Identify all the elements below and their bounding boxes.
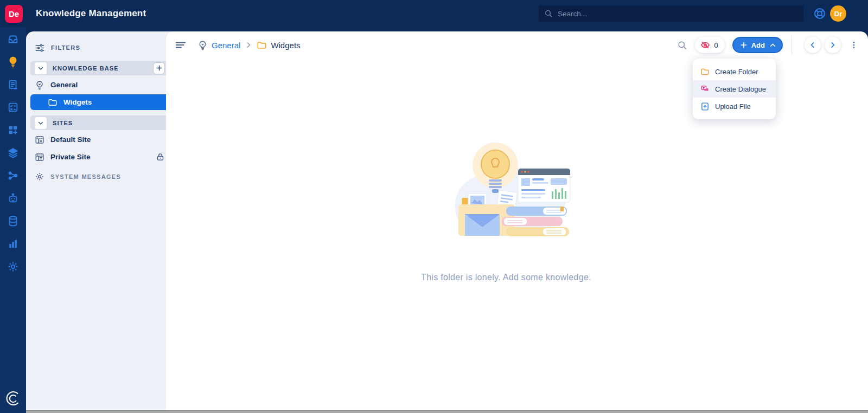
grid-plus-icon [7,124,19,136]
menu-item-label: Upload File [715,102,751,111]
sidebar-item-private-site[interactable]: Private Site [30,149,169,165]
rail-bots[interactable] [0,187,26,210]
collapse-button[interactable] [35,117,47,129]
rail-layers[interactable] [0,141,26,164]
search-icon [677,40,687,50]
bulb-pin-icon [35,80,44,90]
rail-documents[interactable] [0,73,26,96]
sidebar-item-default-site[interactable]: Default Site [30,132,169,147]
robot-icon [7,192,19,204]
chevron-right-icon [829,41,837,49]
empty-state-illustration [437,137,576,259]
system-messages-label: SYSTEM MESSAGES [50,173,121,180]
hidden-items-toggle[interactable]: 0 [695,37,725,53]
rail-calculations[interactable] [0,96,26,119]
menu-item-create-dialogue[interactable]: Create Dialogue [693,80,776,98]
search-in-folder-button[interactable] [674,37,690,53]
bar-chart-icon [7,238,19,250]
section-sites[interactable]: SITES [30,115,169,130]
rail-apps[interactable] [0,119,26,141]
plus-icon [740,41,748,49]
breadcrumb-current: Widgets [271,41,300,50]
sidebar-item-system-messages[interactable]: SYSTEM MESSAGES [30,169,169,184]
empty-state: This folder is lonely. Add some knowledg… [155,137,857,282]
app-window: De Knowledge Management Dr [0,0,868,413]
search-icon [544,9,553,18]
calculator-icon [7,101,19,113]
toggle-sidebar-button[interactable] [174,38,188,52]
kebab-icon [850,40,858,50]
search-input[interactable] [558,10,798,18]
sidebar-item-general[interactable]: General [30,77,169,93]
sidebar-item-label: General [50,81,165,89]
add-dropdown-menu: Create Folder Create Dialogue Upload Fil… [693,59,776,119]
sidebar-item-widgets[interactable]: Widgets [30,94,169,110]
sidebar-item-label: Default Site [50,135,165,144]
empty-state-message: This folder is lonely. Add some knowledg… [421,273,591,282]
breadcrumb-parent[interactable]: General [212,41,240,50]
site-icon [35,152,44,162]
more-options-button[interactable] [847,37,860,53]
menu-item-label: Create Dialogue [715,85,766,93]
add-knowledge-base-button[interactable] [153,62,165,74]
window-edge [26,410,868,413]
rail-database[interactable] [0,210,26,233]
rail-knowledge[interactable] [0,50,26,73]
layers-icon [7,147,19,159]
menu-item-create-folder[interactable]: Create Folder [693,63,776,80]
dialogue-icon [700,85,710,94]
main-header: General Widgets 0 Add [166,31,868,59]
add-label: Add [751,41,765,49]
rail-inbox[interactable] [0,28,26,50]
next-page-button[interactable] [825,37,841,53]
sidebar: FILTERS KNOWLEDGE BASE General Widgets S… [26,31,174,410]
filters-button[interactable]: FILTERS [30,40,169,55]
plus-icon [156,64,163,72]
menu-item-upload-file[interactable]: Upload File [693,98,776,115]
database-icon [7,215,19,227]
hamburger-icon [175,39,187,51]
folder-icon [700,67,710,76]
gear-icon [35,172,44,182]
main-panel: General Widgets 0 Add [166,31,868,410]
footer-brand-logo[interactable] [4,389,22,408]
chevron-right-icon [245,41,252,49]
upload-file-icon [700,102,710,111]
lifebuoy-icon [813,7,827,21]
c-logo-icon [4,389,22,408]
user-avatar[interactable]: Dr [830,5,846,22]
site-icon [35,135,44,145]
topbar: De Knowledge Management Dr [0,0,868,27]
section-knowledge-base[interactable]: KNOWLEDGE BASE [30,61,169,75]
divider [792,35,792,55]
global-search[interactable] [539,5,803,22]
rail-reports[interactable] [0,233,26,255]
inbox-icon [7,33,19,45]
filters-label: FILTERS [51,44,80,51]
collapse-button[interactable] [35,62,47,74]
chevron-up-icon [769,42,776,49]
rail-workflows[interactable] [0,164,26,187]
lightbulb-icon [7,56,19,68]
bulb-pin-icon [197,40,208,50]
add-button[interactable]: Add [732,37,783,53]
document-icon [7,79,19,91]
hidden-count: 0 [714,41,718,49]
sliders-icon [35,43,45,53]
knowledge-base-label: KNOWLEDGE BASE [53,65,153,72]
help-button[interactable] [813,7,827,21]
rail-settings[interactable] [0,255,26,278]
page-title: Knowledge Management [36,8,146,19]
chevron-down-icon [37,120,44,126]
previous-page-button[interactable] [805,37,821,53]
folder-icon [48,98,58,107]
sites-label: SITES [53,120,165,126]
gear-icon [7,261,19,273]
chevron-left-icon [809,41,816,49]
eye-off-icon [700,40,710,50]
folder-icon [257,40,267,50]
brand-logo[interactable]: De [5,5,23,23]
sidebar-item-label: Widgets [63,98,165,106]
nav-rail [0,27,26,413]
menu-item-label: Create Folder [715,68,758,76]
